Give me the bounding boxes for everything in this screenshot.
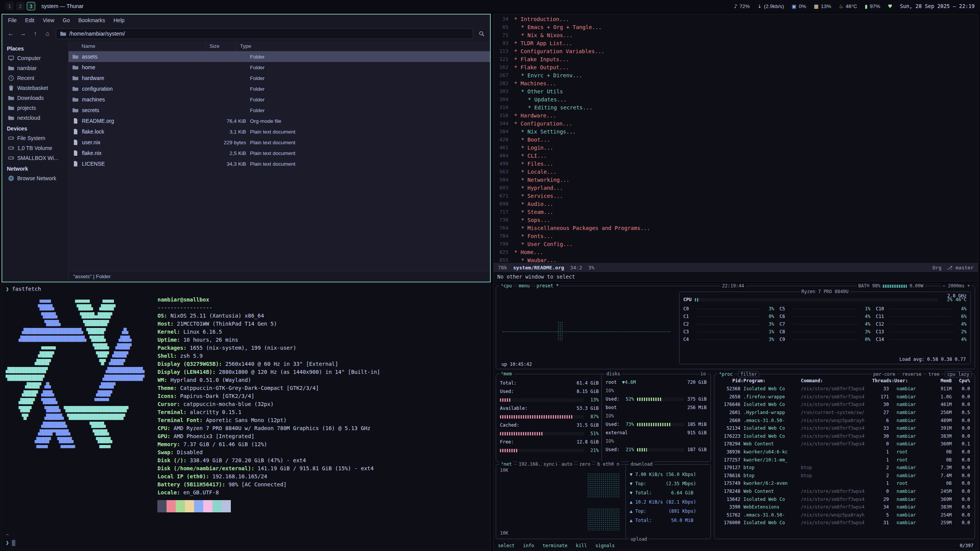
network-module[interactable]: ↓(2.9kb/s)	[758, 3, 784, 9]
clock[interactable]: Sun, 28 Sep 2025 — 22:19	[900, 3, 975, 9]
sidebar-item-wastebasket[interactable]: Wastebasket	[2, 83, 68, 93]
process-row[interactable]: 38936kworker/u64:6-kc1root0B0.0	[717, 448, 972, 456]
search-button[interactable]	[476, 28, 487, 39]
process-row[interactable]: 176223Isolated Web Co/nix/store/sm8fnrf3…	[717, 432, 972, 440]
workspace-2[interactable]: 2	[16, 2, 24, 10]
terminal-window[interactable]: ❯ fastfetch ▗▄▄▄ ▗▄▄▄▄ ▄▄▄▖ ▜███▙ ▜███▙ …	[1, 283, 491, 550]
file-row[interactable]: README.org76,4 KiBOrg-mode file	[69, 116, 490, 126]
process-row[interactable]: 51762.emacs-31.0.50-/nix/store/wnqz5pa8r…	[717, 511, 972, 519]
process-row[interactable]: 178294Web Content/nix/store/sm8fnrf3wps4…	[717, 440, 972, 448]
net-tab-auto[interactable]: auto	[560, 461, 574, 467]
tab-menu[interactable]: menu	[517, 283, 531, 289]
net-tab-zero[interactable]: zero	[578, 461, 592, 467]
proc-column-mem[interactable]: MemB	[929, 378, 952, 383]
battery-module[interactable]: ▮97%	[865, 3, 880, 9]
module-value: 97%	[870, 3, 880, 9]
file-row[interactable]: flake.lock3,1 KiBPlain text document	[69, 126, 490, 137]
process-row[interactable]: 179127btopbtop2nambiar7.3M0.0	[717, 464, 972, 472]
proc-option-tree[interactable]: tree	[927, 372, 941, 377]
footer-key-select[interactable]: select	[498, 543, 514, 548]
menu-file[interactable]: File	[4, 16, 21, 25]
temperature-module[interactable]: ♨46°C	[839, 3, 857, 9]
process-header[interactable]: Pid:Program:Command:Threads:User:MemBCpu…	[717, 378, 972, 385]
net-title[interactable]: ³net	[499, 461, 513, 467]
net-tab-sync[interactable]: sync	[542, 461, 556, 467]
process-row[interactable]: 176000Isolated Web Co/nix/store/sm8fnrf3…	[717, 519, 972, 527]
column-header-name[interactable]: Name	[69, 41, 206, 51]
file-row[interactable]: assetsFolder	[69, 51, 490, 62]
sidebar-item-recent[interactable]: Recent	[2, 73, 68, 83]
column-header-type[interactable]: Type	[236, 41, 490, 51]
sidebar-item-nambiar[interactable]: nambiar	[2, 63, 68, 73]
sidebar-item-projects[interactable]: projects	[2, 103, 68, 113]
process-row[interactable]: 3390WebExtensions/nix/store/sm8fnrf3wps4…	[717, 503, 972, 511]
forward-button[interactable]: →	[18, 28, 28, 39]
proc-column-threads[interactable]: Threads:	[867, 378, 894, 383]
menu-view[interactable]: View	[39, 16, 59, 25]
sidebar-item-downloads[interactable]: Downloads	[2, 93, 68, 103]
proc-column-prog[interactable]: Program:	[743, 378, 801, 383]
home-button[interactable]: ⌂	[42, 28, 53, 39]
file-row[interactable]: homeFolder	[69, 62, 490, 73]
update-interval[interactable]: − 2000ms +	[941, 283, 972, 289]
footer-key-kill[interactable]: kill	[576, 543, 587, 548]
process-row[interactable]: 2658.firefox-wrappe/nix/store/sm8fnrf3wp…	[717, 393, 972, 401]
sidebar-item-nextcloud[interactable]: nextcloud	[2, 113, 68, 123]
net-tab-beth0n[interactable]: b eth0 n	[596, 461, 621, 467]
workspace-1[interactable]: 1	[5, 2, 14, 10]
tab-cpu[interactable]: ¹cpu	[499, 283, 513, 289]
file-row[interactable]: user.nix229 bytesPlain text document	[69, 137, 490, 148]
proc-option-per-core[interactable]: per-core	[872, 372, 897, 377]
back-button[interactable]: ←	[5, 28, 16, 39]
footer-key-info[interactable]: info	[523, 543, 534, 548]
emacs-buffer[interactable]: 34* Introduction...65* Emacs + Org + Tan…	[493, 14, 978, 263]
process-row[interactable]: 175749kworker/6:2-even1root0B0.0	[717, 479, 972, 487]
proc-option-reverse[interactable]: reverse	[901, 372, 923, 377]
sidebar-item-1-0-tb-volume[interactable]: 1,0 TB Volume	[2, 143, 68, 153]
file-row[interactable]: hardwareFolder	[69, 73, 490, 83]
up-button[interactable]: ↑	[30, 28, 41, 39]
proc-sort[interactable]: cpu lazy	[945, 371, 972, 377]
process-row[interactable]: 52368Isolated Web Co/nix/store/sm8fnrf3w…	[717, 385, 972, 393]
proc-column-pid[interactable]: Pid:	[719, 378, 743, 383]
process-row[interactable]: 176646Isolated Web Co/nix/store/sm8fnrf3…	[717, 401, 972, 409]
proc-column-user[interactable]: User:	[894, 378, 929, 383]
disks-title[interactable]: disks	[605, 371, 622, 377]
memory-module[interactable]: ▦13%	[814, 3, 831, 9]
process-row[interactable]: 2660.emacs-31.0.50-/nix/store/wnqz5pa8ra…	[717, 416, 972, 424]
sidebar-item-computer[interactable]: Computer	[2, 53, 68, 63]
process-row[interactable]: 178248Web Content/nix/store/sm8fnrf3wps4…	[717, 487, 972, 496]
footer-key-signals[interactable]: signals	[595, 543, 615, 548]
path-bar[interactable]: /home/nambiar/system/	[56, 28, 473, 39]
sidebar-item-file-system[interactable]: File System	[2, 133, 68, 143]
mem-title[interactable]: ²mem	[499, 371, 513, 377]
sidebar-item-browse-network[interactable]: Browse Network	[2, 173, 68, 183]
file-row[interactable]: configurationFolder	[69, 83, 490, 94]
process-row[interactable]: 52134Isolated Web Co/nix/store/sm8fnrf3w…	[717, 424, 972, 432]
file-row[interactable]: secretsFolder	[69, 105, 490, 116]
file-row[interactable]: machinesFolder	[69, 94, 490, 105]
proc-column-cmd[interactable]: Command:	[801, 378, 867, 383]
menu-go[interactable]: Go	[59, 16, 74, 25]
process-row[interactable]: 13642Isolated Web Co/nix/store/sm8fnrf3w…	[717, 495, 972, 503]
footer-key-terminate[interactable]: terminate	[542, 543, 567, 548]
core-percent: 4%	[956, 337, 967, 342]
process-row[interactable]: 178616btopbtop2nambiar7.4M0.0	[717, 472, 972, 480]
sidebar-item-smallbox-wi-[interactable]: SMALLBOX Wi...	[2, 153, 68, 163]
proc-column-cpu[interactable]: Cpu%	[952, 378, 970, 383]
process-row[interactable]: 177257kworker/10:1-mm_1root0B0.0	[717, 456, 972, 464]
menu-help[interactable]: Help	[109, 16, 129, 25]
menu-edit[interactable]: Edit	[21, 16, 39, 25]
disks-io-tab[interactable]: io	[699, 371, 707, 377]
cpu-module[interactable]: ▣0%	[792, 3, 806, 9]
filter-button[interactable]: filter	[738, 371, 759, 377]
tab-preset[interactable]: preset *	[535, 283, 560, 289]
power-module[interactable]: ♥	[888, 3, 892, 9]
file-row[interactable]: flake.nix2,5 KiBPlain text document	[69, 148, 490, 158]
volume-module[interactable]: ♪72%	[734, 3, 750, 9]
process-row[interactable]: 2601.Hyprland-wrapp/run/current-system/s…	[717, 409, 972, 417]
file-row[interactable]: LICENSE34,3 KiBPlain text document	[69, 158, 490, 169]
workspace-3[interactable]: 3	[27, 2, 35, 10]
menu-bookmarks[interactable]: Bookmarks	[74, 16, 109, 25]
column-header-size[interactable]: Size	[206, 41, 236, 51]
